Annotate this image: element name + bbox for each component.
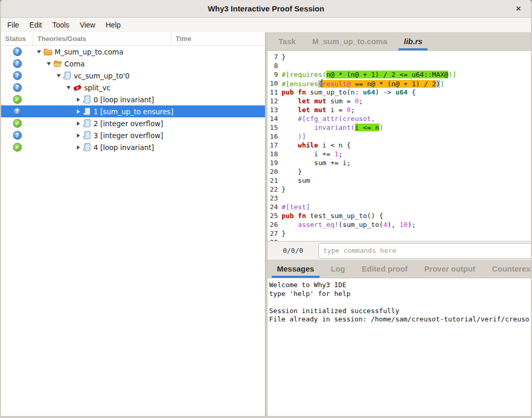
code-line-27[interactable]: 27} — [269, 230, 531, 238]
menu-file[interactable]: File — [2, 18, 24, 32]
status-unknown-icon: ? — [13, 131, 22, 140]
code-segment — [310, 97, 314, 105]
expander-icon[interactable] — [75, 110, 82, 114]
output-tab-bar: MessagesLogEdited proofProver outputCoun… — [268, 260, 531, 278]
source-code-view[interactable]: 7}89#[requires(n@ * (n@ + 1) / 2 <= u64:… — [268, 51, 531, 241]
output-tab-prover-output[interactable]: Prover output — [424, 260, 475, 278]
code-segment: 4 — [383, 221, 388, 228]
code-line-11[interactable]: 11pub fn sum_up_to(n: u64) -> u64 { — [269, 88, 531, 97]
code-line-20[interactable]: 20 } — [269, 168, 531, 177]
menu-help[interactable]: Help — [100, 18, 126, 32]
output-tab-counterexample[interactable]: Counterexample — [492, 260, 531, 278]
message-line: type 'help' for help — [269, 290, 531, 299]
code-text: while i < n { — [282, 141, 351, 150]
menu-view[interactable]: View — [74, 18, 100, 32]
tree-row-3-integer-overflow[interactable]: ?3 [integer overflow] — [1, 129, 265, 141]
code-text: i += 1; — [282, 150, 342, 159]
code-line-8[interactable]: 8 — [269, 62, 531, 71]
close-icon[interactable]: × — [511, 0, 526, 17]
code-line-17[interactable]: 17 while i < n { — [269, 141, 531, 150]
menu-edit[interactable]: Edit — [24, 18, 47, 32]
code-segment: ) — [379, 124, 383, 131]
output-tab-edited-proof[interactable]: Edited proof — [362, 260, 407, 278]
column-header-theories-goals[interactable]: Theories/Goals — [33, 32, 171, 45]
tree-row-m-sum-up-to-coma[interactable]: ?M_sum_up_to.coma — [1, 46, 265, 58]
status-cell: ? — [1, 83, 33, 92]
expander-icon[interactable] — [75, 98, 82, 102]
code-segment: sum_up_to(n: — [306, 88, 363, 96]
tab-task[interactable]: Task — [278, 32, 296, 50]
tree-column-headers: StatusTheories/GoalsTime — [1, 32, 265, 46]
tree-row-split-vc[interactable]: ?split_vc — [1, 82, 265, 93]
code-segment — [282, 124, 314, 131]
tree-label: vc_sum_up_to'0 — [74, 72, 129, 80]
message-line: Welcome to Why3 IDE — [269, 281, 531, 290]
code-line-10[interactable]: 10#[ensures(result@ == n@ * (n@ + 1) / 2… — [269, 79, 531, 88]
tab-m-sum-up-to-coma[interactable]: M_sum_up_to.coma — [312, 32, 387, 50]
scroll-icon — [83, 119, 91, 128]
tree-row-1-sum-up-to-ensures[interactable]: ?1 [sum_up_to ensures] — [1, 105, 265, 117]
code-line-15[interactable]: 15 invariant(i <= n) — [269, 124, 531, 132]
code-segment: sum += i; — [282, 159, 351, 167]
menu-tools[interactable]: Tools — [47, 18, 75, 32]
code-segment: sum — [282, 177, 310, 184]
code-segment: fn — [298, 212, 306, 220]
code-line-9[interactable]: 9#[requires(n@ * (n@ + 1) / 2 <= u64::MA… — [269, 71, 531, 79]
code-text: } — [282, 168, 302, 177]
code-line-12[interactable]: 12 let mut sum = 0; — [269, 97, 531, 106]
code-segment: result@ — [322, 80, 351, 88]
line-number: 22 — [269, 185, 282, 194]
tree-row-2-integer-overflow[interactable]: ✔2 [integer overflow] — [1, 117, 265, 129]
column-header-time[interactable]: Time — [171, 32, 265, 45]
code-line-24[interactable]: 24#[test] — [269, 203, 531, 212]
code-line-19[interactable]: 19 sum += i; — [269, 159, 531, 168]
command-row: 0/0/0 — [268, 241, 531, 260]
code-segment: 0 — [347, 106, 351, 114]
tree-label: Coma — [64, 60, 85, 68]
line-number: 10 — [269, 79, 282, 88]
command-input[interactable] — [318, 243, 531, 259]
code-line-18[interactable]: 18 i += 1; — [269, 150, 531, 159]
code-segment: )] — [448, 71, 457, 78]
editor-panel: TaskM_sum_up_to.comalib.rs 7}89#[require… — [268, 32, 531, 416]
output-tab-messages[interactable]: Messages — [277, 260, 314, 278]
source-tab-bar: TaskM_sum_up_to.comalib.rs — [268, 32, 531, 51]
expander-icon[interactable] — [35, 50, 43, 53]
code-segment: )] — [282, 132, 306, 140]
expander-icon[interactable] — [45, 62, 52, 65]
expander-icon[interactable] — [75, 133, 82, 138]
expander-icon[interactable] — [75, 122, 82, 126]
line-number: 26 — [269, 221, 282, 230]
code-segment: pub — [282, 88, 294, 96]
tree-row-vc-sum-up-to-0[interactable]: ?vc_sum_up_to'0 — [1, 70, 265, 82]
tree-row-4-loop-invariant[interactable]: ✔4 [loop invariant] — [1, 141, 265, 153]
code-segment: ] — [440, 80, 444, 88]
tree-row-coma[interactable]: ?Coma — [1, 58, 265, 70]
folder-closed-icon — [43, 48, 52, 56]
code-line-23[interactable]: 23 — [269, 194, 531, 203]
tree-label: 4 [loop invariant] — [94, 143, 154, 152]
code-line-25[interactable]: 25pub fn test_sum_up_to() { — [269, 212, 531, 221]
status-cell: ? — [1, 59, 33, 68]
code-line-16[interactable]: 16 )] — [269, 132, 531, 141]
tab-lib-rs[interactable]: lib.rs — [404, 32, 422, 50]
code-segment — [282, 106, 298, 114]
code-text: sum — [282, 177, 310, 185]
column-header-status[interactable]: Status — [1, 32, 33, 45]
status-unknown-icon: ? — [13, 83, 22, 92]
code-line-7[interactable]: 7} — [269, 53, 531, 62]
line-number: 21 — [269, 177, 282, 185]
expander-icon[interactable] — [65, 86, 72, 89]
code-line-22[interactable]: 22} — [269, 185, 531, 194]
output-tab-log[interactable]: Log — [331, 260, 345, 278]
code-line-14[interactable]: 14 #[cfg_attr(creusot, — [269, 115, 531, 124]
code-segment: assert_eq! — [298, 221, 338, 228]
messages-output: Welcome to Why3 IDEtype 'help' for help … — [268, 278, 531, 416]
code-line-21[interactable]: 21 sum — [269, 177, 531, 185]
code-segment — [282, 97, 298, 105]
code-line-26[interactable]: 26 assert_eq!(sum_up_to(4), 10); — [269, 221, 531, 230]
expander-icon[interactable] — [75, 145, 82, 150]
tree-row-0-loop-invariant[interactable]: ✔0 [loop invariant] — [1, 93, 265, 105]
expander-icon[interactable] — [55, 74, 62, 77]
code-line-13[interactable]: 13 let mut i = 0; — [269, 106, 531, 115]
